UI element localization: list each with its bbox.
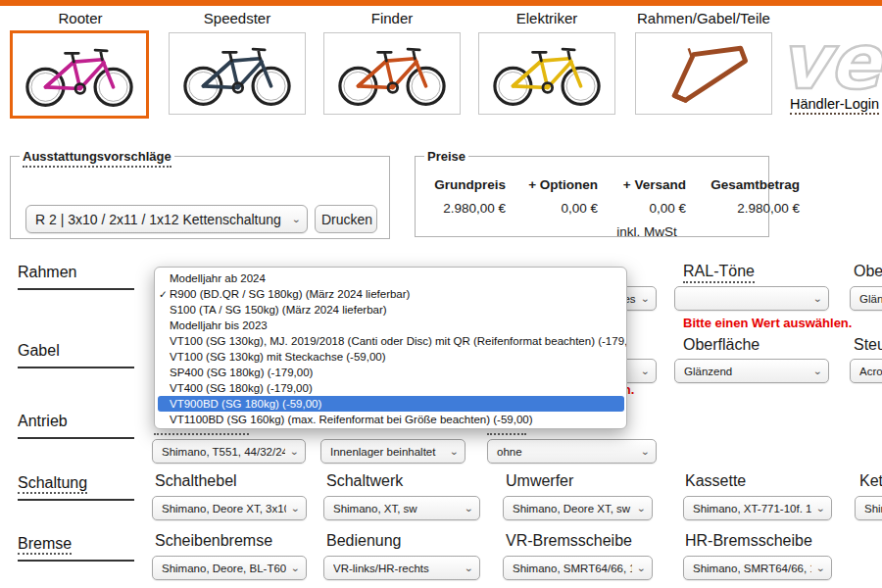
price-col-header: + Versand bbox=[608, 177, 686, 192]
front-derailleur-label: Umwerfer bbox=[506, 472, 573, 490]
tab-label: Elektriker bbox=[478, 8, 615, 29]
tab-label: Speedster bbox=[169, 8, 306, 29]
ral-tone-label[interactable]: RAL-Töne bbox=[683, 263, 755, 280]
tab-rahmen-gabel-teile[interactable]: Rahmen/Gabel/Teile bbox=[635, 8, 772, 115]
chevron-down-icon: ⌄ bbox=[636, 563, 646, 573]
dealer-login-link[interactable]: Händler-Login bbox=[790, 96, 879, 115]
equipment-suggestions-fieldset: Ausstattungsvorschläge R 2 | 3x10 / 2x11… bbox=[10, 149, 390, 239]
dropdown-item[interactable]: VT100 (SG 130kg), MJ. 2019/2018 (Canti o… bbox=[155, 333, 626, 349]
brand-logo: ve bbox=[779, 22, 882, 102]
bike-image bbox=[485, 37, 609, 110]
bottom-bracket-select[interactable]: Innenlager beinhaltet⌄ bbox=[320, 439, 466, 464]
cassette-label: Kassette bbox=[685, 472, 746, 490]
section-link-bremse[interactable]: Bremse bbox=[18, 535, 134, 562]
tab-rooter[interactable]: Rooter bbox=[12, 8, 149, 119]
ral-tone-select[interactable]: ⌄ bbox=[674, 286, 829, 311]
total-price-value: 2.980,00 € bbox=[696, 201, 800, 216]
dropdown-item[interactable]: ✓R900 (BD.QR / SG 180kg) (März 2024 lief… bbox=[155, 286, 626, 302]
tab-label: Finder bbox=[323, 8, 461, 29]
prices-fieldset: Preise Grundpreis + Optionen + Versand G… bbox=[415, 149, 769, 237]
dropdown-item[interactable]: VT100 (SG 130kg) mit Steckachse (-59,00) bbox=[155, 349, 626, 365]
chevron-down-icon: ⌄ bbox=[636, 503, 646, 514]
price-table: Grundpreis + Optionen + Versand Gesamtbe… bbox=[421, 177, 800, 239]
dropdown-item[interactable]: VT400 (SG 180kg) (-179,00) bbox=[155, 380, 626, 396]
section-link-rahmen[interactable]: Rahmen bbox=[18, 264, 134, 290]
chevron-down-icon: ⌄ bbox=[464, 563, 473, 573]
rear-rotor-select[interactable]: Shimano, SMRT64/66, 160r⌄ bbox=[683, 556, 832, 580]
brake-operation-select[interactable]: VR-links/HR-rechts⌄ bbox=[323, 556, 480, 580]
tab-thumbnail[interactable] bbox=[635, 32, 772, 115]
section-link-antrieb[interactable]: Antrieb bbox=[18, 413, 134, 439]
frame-surface-select[interactable]: Glänzend⌄ bbox=[850, 286, 882, 311]
dropdown-item-label: Modelljahr bis 2023 bbox=[170, 319, 268, 331]
dropdown-item-label: S100 (TA / SG 150kg) (März 2024 lieferba… bbox=[170, 304, 387, 316]
disc-brake-select[interactable]: Shimano, Deore, BL-T6000,⌄ bbox=[152, 556, 307, 580]
chevron-down-icon: ⌄ bbox=[640, 293, 650, 304]
tab-thumbnail[interactable] bbox=[10, 30, 149, 119]
prices-legend: Preise bbox=[424, 149, 468, 164]
price-col-header: + Optionen bbox=[515, 177, 598, 192]
hidden-label-underline bbox=[154, 432, 249, 435]
bike-image bbox=[18, 38, 141, 111]
rear-derailleur-select[interactable]: Shimano, XT, sw⌄ bbox=[323, 496, 480, 520]
disc-brake-label: Scheibenbremse bbox=[155, 532, 272, 550]
chevron-down-icon: ⌄ bbox=[640, 446, 650, 457]
crankset-select[interactable]: Shimano, T551, 44/32/24, 1⌄ bbox=[152, 439, 306, 464]
chain-label: Kette bbox=[859, 472, 882, 490]
price-col-header: Gesamtbetrag bbox=[696, 177, 800, 192]
dropdown-item[interactable]: VT1100BD (SG 160kg) (max. Reifenformat b… bbox=[155, 412, 626, 427]
check-icon: ✓ bbox=[159, 286, 168, 302]
chevron-down-icon: ⌄ bbox=[290, 563, 300, 573]
dropdown-item-label: VT100 (SG 130kg), MJ. 2019/2018 (Canti o… bbox=[170, 335, 626, 347]
chevron-down-icon: ⌄ bbox=[815, 563, 825, 573]
dropdown-item[interactable]: Modelljahr bis 2023 bbox=[155, 318, 626, 333]
options-price-value: 0,00 € bbox=[515, 201, 598, 216]
fork-surface-select[interactable]: Glänzend⌄ bbox=[674, 359, 829, 383]
pedal-select[interactable]: ohne⌄ bbox=[487, 439, 657, 464]
dropdown-item[interactable]: SP400 (SG 180kg) (-179,00) bbox=[155, 365, 626, 380]
headset-select[interactable]: Acros⌄ bbox=[850, 359, 882, 383]
dropdown-item-label: R900 (BD.QR / SG 180kg) (März 2024 liefe… bbox=[170, 288, 410, 300]
cassette-select[interactable]: Shimano, XT-771-10f. 11-34⌄ bbox=[683, 496, 832, 520]
dropdown-item-label: VT100 (SG 130kg) mit Steckachse (-59,00) bbox=[170, 351, 386, 363]
dropdown-item-label: Modelljahr ab 2024 bbox=[170, 272, 266, 284]
front-derailleur-select[interactable]: Shimano, Deore XT, sw⌄ bbox=[503, 496, 653, 520]
chevron-down-icon: ⌄ bbox=[812, 293, 822, 304]
tax-note: inkl. MwSt bbox=[608, 224, 686, 239]
chevron-down-icon: ⌄ bbox=[815, 503, 825, 514]
front-rotor-label: VR-Bremsscheibe bbox=[506, 532, 632, 550]
base-price-value: 2.980,00 € bbox=[421, 201, 506, 216]
tab-thumbnail[interactable] bbox=[323, 32, 461, 115]
dropdown-item-label: VT900BD (SG 180kg) (-59,00) bbox=[170, 398, 321, 410]
headset-label: Steuersatz bbox=[854, 336, 882, 354]
dropdown-item[interactable]: VT900BD (SG 180kg) (-59,00) bbox=[158, 396, 624, 412]
dropdown-item[interactable]: Modelljahr ab 2024 bbox=[155, 270, 626, 286]
chevron-down-icon: ⌄ bbox=[290, 503, 300, 514]
ral-required-message: Bitte einen Wert auswählen. bbox=[683, 316, 852, 330]
tab-label: Rahmen/Gabel/Teile bbox=[635, 8, 772, 29]
tab-thumbnail[interactable] bbox=[169, 32, 306, 115]
tab-thumbnail[interactable] bbox=[478, 32, 615, 115]
shipping-price-value: 0,00 € bbox=[608, 201, 686, 216]
fork-surface-label: Oberfläche bbox=[683, 336, 760, 354]
front-rotor-select[interactable]: Shimano, SMRT64/66, 180r⌄ bbox=[503, 556, 653, 580]
bike-image bbox=[330, 37, 454, 110]
tab-speedster[interactable]: Speedster bbox=[169, 8, 306, 115]
equipment-suggestions-legend: Ausstattungsvorschläge bbox=[23, 149, 172, 168]
print-button[interactable]: Drucken bbox=[315, 205, 377, 233]
dropdown-item[interactable]: S100 (TA / SG 150kg) (März 2024 lieferba… bbox=[155, 302, 626, 318]
tab-label: Rooter bbox=[12, 8, 149, 29]
frame-image bbox=[642, 37, 765, 110]
tab-elektriker[interactable]: Elektriker bbox=[478, 8, 615, 115]
dropdown-item-label: VT400 (SG 180kg) (-179,00) bbox=[170, 382, 313, 394]
price-col-header: Grundpreis bbox=[421, 177, 506, 192]
section-link-gabel[interactable]: Gabel bbox=[18, 342, 134, 368]
chevron-down-icon: ⌄ bbox=[812, 366, 822, 376]
equipment-suggestion-select[interactable]: R 2 | 3x10 / 2x11 / 1x12 Kettenschaltung… bbox=[25, 205, 308, 233]
shifter-select[interactable]: Shimano, Deore XT, 3x10, sw⌄ bbox=[152, 496, 307, 520]
shifter-label: Schalthebel bbox=[155, 472, 237, 490]
dropdown-item-label: SP400 (SG 180kg) (-179,00) bbox=[170, 367, 313, 378]
tab-finder[interactable]: Finder bbox=[323, 8, 461, 115]
chain-select[interactable]: Shimano⌄ bbox=[855, 496, 882, 520]
section-link-schaltung[interactable]: Schaltung bbox=[18, 474, 134, 501]
